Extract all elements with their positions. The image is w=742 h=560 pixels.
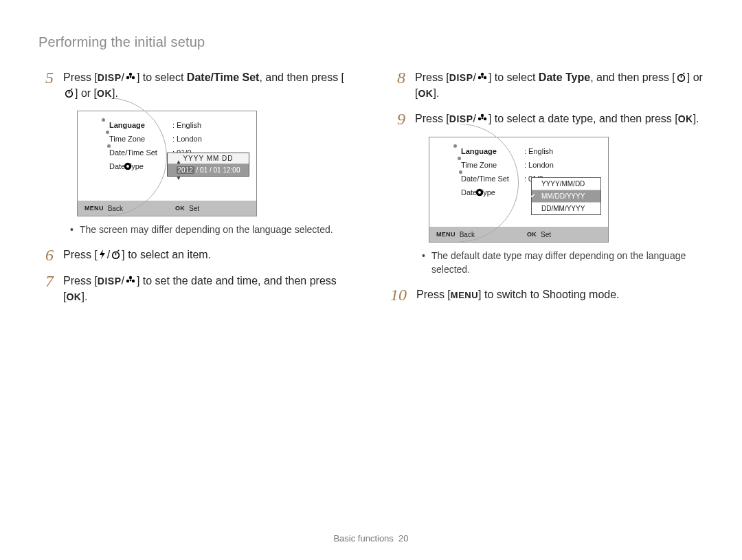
- ok-icon: OK: [97, 88, 112, 99]
- lcd-label: Language: [461, 147, 524, 155]
- lcd-row-language: Language : English: [461, 144, 600, 158]
- step-text: Press [DISP/] to set the date and time, …: [63, 273, 352, 304]
- disp-icon: DISP: [449, 113, 473, 124]
- svg-point-6: [126, 165, 129, 168]
- step-number: 10: [390, 287, 407, 303]
- datetype-option: DD/MM/YYYY: [532, 203, 600, 214]
- timer-icon: [64, 88, 74, 98]
- step-number: 8: [390, 69, 405, 101]
- step-8: 8 Press [DISP/] to select Date Type, and…: [390, 69, 704, 101]
- lcd-value: : English: [172, 121, 201, 129]
- lcd-value: : English: [524, 147, 553, 155]
- lcd-label: Language: [109, 121, 172, 129]
- svg-point-3: [130, 76, 132, 78]
- svg-point-9: [126, 280, 129, 282]
- ok-icon: OK: [66, 291, 81, 302]
- svg-point-1: [126, 76, 129, 79]
- lcd-label: Date Type: [461, 188, 524, 197]
- step-number: 9: [390, 111, 405, 127]
- lcd-datetype: Language : English Time Zone : London Da…: [429, 137, 609, 243]
- svg-point-20: [482, 117, 484, 120]
- set-label: Set: [541, 231, 551, 238]
- footer-page: 20: [398, 533, 408, 544]
- menu-icon: MENU: [451, 290, 478, 300]
- page-footer: Basic functions 20: [0, 533, 742, 544]
- note-item: The screen may differ depending on the l…: [70, 223, 352, 237]
- flash-icon: [98, 249, 106, 260]
- step-number: 7: [38, 273, 54, 304]
- arc-dot: [453, 144, 457, 148]
- set-label: Set: [189, 205, 199, 212]
- lcd-footer: MENU Back OK Set: [429, 227, 608, 242]
- lcd-label: Time Zone: [109, 135, 172, 143]
- timer-icon: [676, 72, 686, 82]
- svg-point-22: [478, 191, 481, 194]
- step-6: 6 Press [/] to select an item.: [38, 247, 352, 263]
- footer-section: Basic functions: [333, 533, 393, 544]
- disp-icon: DISP: [98, 276, 122, 287]
- svg-point-0: [129, 73, 132, 76]
- lcd-datetime: Language : English Time Zone : London Da…: [77, 111, 257, 216]
- lcd-label: Date Type: [109, 162, 172, 170]
- step-7: 7 Press [DISP/] to set the date and time…: [38, 273, 352, 304]
- flower-icon: [125, 275, 136, 286]
- disp-icon: DISP: [449, 72, 473, 83]
- svg-point-12: [481, 73, 484, 76]
- lcd-row-timezone: Time Zone : London: [109, 132, 248, 146]
- note-item: The default date type may differ dependi…: [422, 249, 704, 276]
- right-column: 8 Press [DISP/] to select Date Type, and…: [390, 69, 704, 314]
- left-column: 5 Press [DISP/] to select Date/Time Set,…: [38, 69, 352, 314]
- date-popup: YYYY MM DD ▲ 2012 / 01 / 01 12:00 ▼: [167, 153, 249, 177]
- note-list: The default date type may differ dependi…: [422, 249, 704, 276]
- flower-icon: [477, 71, 488, 82]
- ok-icon: OK: [527, 231, 537, 238]
- lcd-label: Date/Time Set: [109, 148, 172, 157]
- disp-icon: DISP: [98, 72, 122, 83]
- lcd-row-language: Language : English: [109, 118, 248, 132]
- lcd-label: Time Zone: [461, 161, 524, 169]
- lcd-label: Date/Time Set: [461, 175, 524, 183]
- caret-down-icon: ▼: [176, 175, 181, 181]
- ok-icon: OK: [678, 113, 693, 124]
- svg-point-8: [129, 276, 132, 279]
- gear-icon: [122, 160, 134, 172]
- step-text: Press [DISP/] to select Date/Time Set, a…: [63, 69, 352, 101]
- svg-point-17: [481, 114, 484, 117]
- svg-point-2: [132, 76, 135, 79]
- note-list: The screen may differ depending on the l…: [70, 223, 352, 237]
- lcd-row-timezone: Time Zone : London: [461, 158, 600, 172]
- step-text: Press [/] to select an item.: [63, 247, 211, 263]
- page-title: Performing the initial setup: [38, 34, 704, 50]
- gear-icon: [473, 186, 486, 199]
- flower-icon: [477, 113, 488, 124]
- svg-point-13: [478, 76, 481, 79]
- step-10: 10 Press [MENU] to switch to Shooting mo…: [390, 287, 704, 303]
- flower-icon: [125, 71, 136, 82]
- step-9: 9 Press [DISP/] to select a date type, a…: [390, 111, 704, 127]
- step-text: Press [DISP/] to select a date type, and…: [415, 111, 699, 127]
- lcd-value: : London: [524, 161, 554, 169]
- step-text: Press [DISP/] to select Date Type, and t…: [415, 69, 704, 101]
- step-text: Press [MENU] to switch to Shooting mode.: [416, 287, 620, 303]
- datetype-option-selected: MM/DD/YYYY: [532, 190, 600, 203]
- ok-icon: OK: [175, 205, 185, 212]
- step-number: 6: [38, 247, 54, 263]
- step-number: 5: [38, 69, 54, 101]
- datetype-popup: YYYY/MM/DD MM/DD/YYYY DD/MM/YYYY: [531, 177, 601, 215]
- svg-point-11: [130, 280, 132, 282]
- caret-up-icon: ▲: [176, 159, 181, 165]
- lcd-value: : London: [172, 135, 202, 143]
- svg-point-19: [484, 117, 486, 120]
- timer-icon: [111, 249, 121, 260]
- menu-icon: MENU: [85, 205, 104, 212]
- svg-point-10: [132, 280, 135, 282]
- svg-point-15: [482, 76, 484, 78]
- step-5: 5 Press [DISP/] to select Date/Time Set,…: [38, 69, 352, 101]
- lcd-footer: MENU Back OK Set: [78, 201, 256, 216]
- arc-dot: [102, 118, 105, 122]
- datetype-option: YYYY/MM/DD: [532, 178, 600, 190]
- date-popup-value: ▲ 2012 / 01 / 01 12:00 ▼: [168, 164, 249, 176]
- menu-icon: MENU: [436, 231, 456, 238]
- ok-icon: OK: [418, 88, 433, 99]
- svg-point-18: [478, 117, 481, 120]
